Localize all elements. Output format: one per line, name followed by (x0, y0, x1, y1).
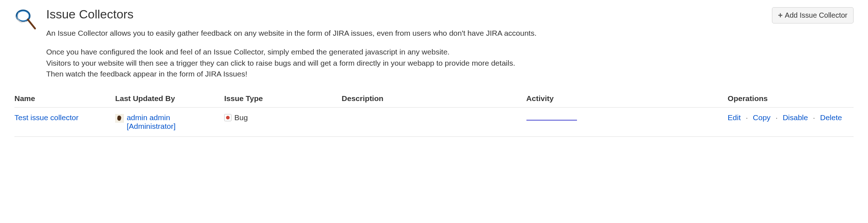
details-line-2: Visitors to your website will then see a… (46, 58, 854, 69)
cell-name: Test issue collector (14, 107, 115, 136)
op-delete-link[interactable]: Delete (820, 113, 842, 122)
cell-operations: Edit · Copy · Disable · Delete (728, 107, 854, 136)
issue-collector-net-icon (14, 9, 38, 32)
collector-name-link[interactable]: Test issue collector (14, 113, 78, 122)
details-line-3: Then watch the feedback appear in the fo… (46, 69, 854, 79)
header-section: Issue Collectors + Add Issue Collector A… (14, 7, 854, 80)
bug-icon (224, 114, 231, 121)
page-title: Issue Collectors (46, 7, 134, 21)
col-header-operations: Operations (728, 90, 854, 108)
page-wrapper: Issue Collectors + Add Issue Collector A… (14, 7, 854, 137)
op-edit-link[interactable]: Edit (728, 113, 741, 122)
intro-text: An Issue Collector allows you to easily … (46, 28, 854, 39)
issue-collectors-table: Name Last Updated By Issue Type Descript… (14, 90, 854, 137)
op-disable-link[interactable]: Disable (783, 113, 808, 122)
table-header-row: Name Last Updated By Issue Type Descript… (14, 90, 854, 108)
op-separator: · (746, 113, 748, 122)
header-content: Issue Collectors + Add Issue Collector A… (46, 7, 854, 80)
op-separator: · (776, 113, 778, 122)
svg-point-4 (226, 116, 230, 119)
col-header-issue-type: Issue Type (224, 90, 342, 108)
op-copy-link[interactable]: Copy (753, 113, 771, 122)
op-separator: · (813, 113, 815, 122)
activity-sparkline (526, 120, 577, 121)
plus-icon: + (778, 12, 783, 19)
cell-activity (526, 107, 728, 136)
add-button-label: Add Issue Collector (785, 11, 847, 19)
user-cell: admin admin [Administrator] (115, 113, 218, 131)
details-block: Once you have configured the look and fe… (46, 47, 854, 79)
col-header-updated-by: Last Updated By (115, 90, 224, 108)
cell-updated-by: admin admin [Administrator] (115, 107, 224, 136)
updated-by-user-link[interactable]: admin admin [Administrator] (127, 113, 218, 131)
col-header-activity: Activity (526, 90, 728, 108)
col-header-description: Description (342, 90, 526, 108)
col-header-name: Name (14, 90, 115, 108)
issue-type-label: Bug (234, 113, 248, 122)
details-line-1: Once you have configured the look and fe… (46, 47, 854, 57)
cell-description (342, 107, 526, 136)
add-issue-collector-button[interactable]: + Add Issue Collector (772, 7, 854, 23)
cell-issue-type: Bug (224, 107, 342, 136)
title-row: Issue Collectors + Add Issue Collector (46, 7, 854, 28)
table-row: Test issue collector admin admin [Admini… (14, 107, 854, 136)
svg-line-1 (28, 19, 35, 29)
avatar (115, 114, 124, 123)
